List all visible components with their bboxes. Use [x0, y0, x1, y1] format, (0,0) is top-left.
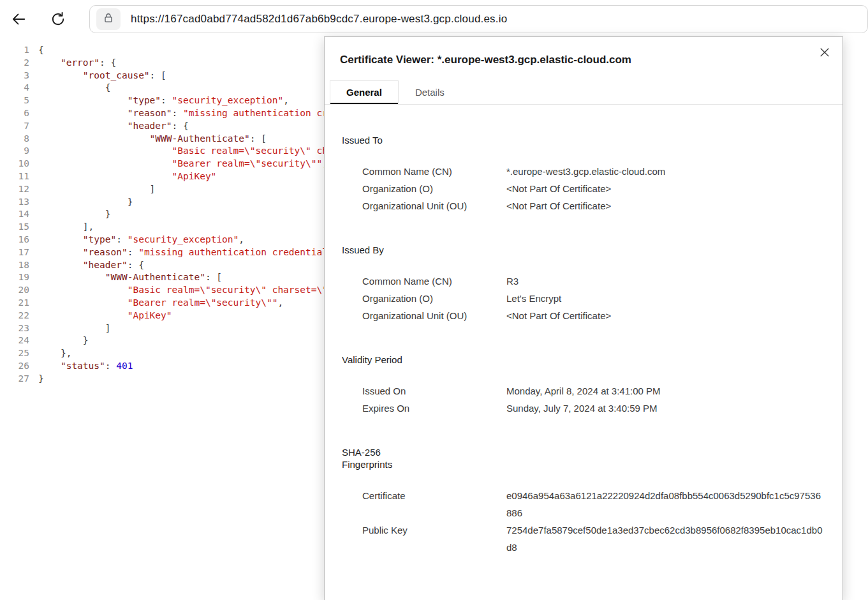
- line-number: 13: [0, 196, 29, 209]
- address-bar[interactable]: https://167cad0abd774ad582d1d67ab6b9cdc7…: [89, 5, 868, 33]
- section-heading: Issued By: [342, 244, 826, 256]
- line-number: 16: [0, 234, 29, 246]
- field-value: Let's Encrypt: [506, 290, 561, 307]
- code-text: {: [38, 44, 44, 57]
- line-number: 11: [0, 170, 29, 183]
- code-text: }: [38, 373, 44, 386]
- field-value: Sunday, July 7, 2024 at 3:40:59 PM: [506, 400, 658, 417]
- code-text: "Bearer realm=\"security\"",: [38, 297, 283, 310]
- cert-field-row: Organization (O)Let's Encrypt: [362, 290, 826, 307]
- dialog-tabs: GeneralDetails: [325, 80, 842, 105]
- field-label: Certificate: [362, 487, 506, 521]
- field-label: Organizational Unit (OU): [362, 307, 506, 324]
- line-number: 19: [0, 271, 29, 284]
- line-number: 21: [0, 297, 29, 310]
- field-label: Organizational Unit (OU): [362, 197, 506, 214]
- line-number: 24: [0, 334, 29, 347]
- code-text: {: [38, 82, 111, 94]
- cert-field-row: Common Name (CN)*.europe-west3.gcp.elast…: [362, 163, 826, 180]
- back-button[interactable]: [5, 6, 32, 33]
- code-text: ],: [38, 221, 94, 234]
- cert-section: Issued ToCommon Name (CN)*.europe-west3.…: [342, 134, 826, 214]
- code-text: "WWW-Authenticate": [: [38, 271, 222, 284]
- line-number: 4: [0, 82, 29, 94]
- line-number: 6: [0, 107, 29, 120]
- cert-field-row: Organizational Unit (OU)<Not Part Of Cer…: [362, 307, 826, 324]
- cert-field-row: Public Key7254de7fa5879cef50de1a3ed37cbe…: [362, 521, 826, 556]
- field-value: <Not Part Of Certificate>: [506, 180, 611, 197]
- dialog-title: Certificate Viewer: *.europe-west3.gcp.e…: [325, 37, 842, 66]
- certificate-general-panel: Issued ToCommon Name (CN)*.europe-west3.…: [325, 105, 842, 556]
- code-text: "ApiKey": [38, 310, 172, 322]
- reload-button[interactable]: [45, 6, 71, 33]
- line-number: 10: [0, 158, 29, 170]
- line-number: 3: [0, 70, 29, 82]
- field-value: e0946a954a63a6121a22220924d2dfa08fbb554c…: [506, 487, 825, 521]
- line-number: 27: [0, 373, 29, 386]
- line-number: 18: [0, 259, 29, 272]
- cert-field-row: Common Name (CN)R3: [362, 273, 826, 290]
- cert-field-row: Issued OnMonday, April 8, 2024 at 3:41:0…: [362, 382, 826, 400]
- code-text: "header": {: [38, 259, 144, 272]
- code-text: "header": {: [38, 120, 189, 133]
- field-value: <Not Part Of Certificate>: [506, 307, 611, 324]
- field-label: Common Name (CN): [362, 163, 506, 180]
- field-value: R3: [506, 273, 519, 290]
- line-number: 1: [0, 44, 29, 57]
- code-text: "error": {: [38, 57, 116, 70]
- field-label: Organization (O): [362, 290, 506, 307]
- field-value: Monday, April 8, 2024 at 3:41:00 PM: [506, 382, 661, 400]
- url-text: https://167cad0abd774ad582d1d67ab6b9cdc7…: [131, 13, 507, 26]
- code-text: }: [38, 208, 111, 221]
- tab-general[interactable]: General: [330, 80, 399, 104]
- browser-toolbar: https://167cad0abd774ad582d1d67ab6b9cdc7…: [0, 0, 868, 40]
- field-label: Expires On: [362, 400, 506, 417]
- section-heading: SHA-256 Fingerprints: [342, 446, 826, 470]
- code-text: "Bearer realm=\"security\"",: [38, 158, 328, 170]
- line-number: 14: [0, 208, 29, 221]
- line-number: 20: [0, 284, 29, 297]
- cert-field-row: Organizational Unit (OU)<Not Part Of Cer…: [362, 197, 826, 214]
- close-icon: [818, 46, 831, 61]
- code-text: "type": "security_exception",: [38, 234, 244, 246]
- line-number: 2: [0, 57, 29, 70]
- line-number: 25: [0, 347, 29, 360]
- field-label: Organization (O): [362, 180, 506, 197]
- line-number: 15: [0, 221, 29, 234]
- tab-details[interactable]: Details: [399, 80, 461, 104]
- code-text: },: [38, 347, 71, 360]
- cert-field-row: Expires OnSunday, July 7, 2024 at 3:40:5…: [362, 400, 826, 417]
- section-heading: Validity Period: [342, 354, 826, 366]
- line-number: 7: [0, 120, 29, 133]
- close-button[interactable]: [816, 45, 834, 63]
- cert-field-row: Organization (O)<Not Part Of Certificate…: [362, 180, 826, 197]
- code-text: "status": 401: [38, 360, 133, 373]
- code-text: ]: [38, 183, 155, 196]
- code-text: "type": "security_exception",: [38, 94, 289, 107]
- site-security-button[interactable]: [96, 8, 121, 30]
- lock-icon: [102, 11, 115, 27]
- cert-section: Validity PeriodIssued OnMonday, April 8,…: [342, 354, 826, 417]
- line-number: 23: [0, 322, 29, 335]
- code-text: "WWW-Authenticate": [: [38, 133, 267, 146]
- cert-section: SHA-256 FingerprintsCertificatee0946a954…: [342, 446, 826, 556]
- code-text: }: [38, 334, 89, 347]
- line-number: 12: [0, 183, 29, 196]
- field-value: *.europe-west3.gcp.elastic-cloud.com: [506, 163, 665, 180]
- code-text: }: [38, 196, 133, 209]
- code-text: "root_cause": [: [38, 70, 166, 82]
- field-label: Issued On: [362, 382, 506, 400]
- line-number: 22: [0, 310, 29, 322]
- cert-field-row: Certificatee0946a954a63a6121a22220924d2d…: [362, 487, 826, 521]
- field-label: Public Key: [362, 521, 506, 556]
- reload-icon: [50, 11, 66, 29]
- field-value: <Not Part Of Certificate>: [506, 197, 611, 214]
- line-number: 5: [0, 94, 29, 107]
- section-heading: Issued To: [342, 134, 826, 146]
- field-value: 7254de7fa5879cef50de1a3ed37cbec62cd3b895…: [506, 521, 825, 556]
- field-label: Common Name (CN): [362, 273, 506, 290]
- line-number: 9: [0, 145, 29, 158]
- back-arrow-icon: [10, 11, 27, 29]
- certificate-viewer-dialog: Certificate Viewer: *.europe-west3.gcp.e…: [324, 36, 843, 600]
- line-number: 17: [0, 246, 29, 259]
